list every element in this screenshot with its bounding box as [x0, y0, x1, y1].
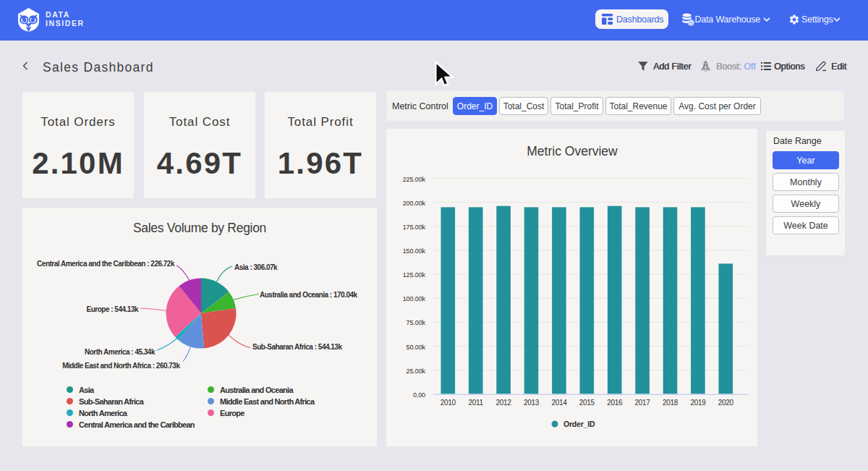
svg-text:125.00k: 125.00k	[403, 271, 426, 279]
svg-text:Central America and the Caribb: Central America and the Caribbean : 226.…	[37, 260, 175, 268]
svg-text:75.00k: 75.00k	[407, 319, 426, 326]
svg-text:Middle East and North Africa :: Middle East and North Africa : 260.73k	[62, 362, 180, 370]
svg-text:Sales Volume by Region: Sales Volume by Region	[133, 221, 266, 235]
svg-text:Middle East and North Africa: Middle East and North Africa	[220, 397, 315, 406]
svg-text:Europe : 544.13k: Europe : 544.13k	[87, 305, 139, 313]
svg-text:2020: 2020	[718, 399, 734, 407]
svg-text:175.00k: 175.00k	[403, 224, 426, 231]
svg-text:2010: 2010	[441, 399, 456, 407]
svg-text:Europe: Europe	[220, 409, 244, 417]
svg-text:200.00k: 200.00k	[403, 200, 426, 207]
svg-text:150.00k: 150.00k	[403, 247, 426, 255]
svg-text:2014: 2014	[551, 399, 567, 407]
svg-text:Asia : 306.07k: Asia : 306.07k	[234, 263, 278, 271]
svg-text:Order_ID: Order_ID	[563, 420, 595, 428]
svg-text:North America: North America	[79, 409, 128, 417]
svg-text:Sub-Saharan Africa : 544.13k: Sub-Saharan Africa : 544.13k	[252, 343, 342, 351]
svg-text:50.00k: 50.00k	[407, 344, 426, 351]
svg-text:2011: 2011	[469, 399, 484, 407]
svg-text:25.00k: 25.00k	[407, 368, 426, 375]
svg-text:225.00k: 225.00k	[403, 176, 426, 183]
svg-text:Sub-Saharan Africa: Sub-Saharan Africa	[79, 397, 145, 406]
svg-text:Asia: Asia	[79, 386, 95, 394]
svg-text:0.00: 0.00	[413, 391, 425, 399]
svg-text:100.00k: 100.00k	[403, 295, 426, 302]
svg-text:Central America and the Caribb: Central America and the Caribbean	[79, 420, 195, 429]
svg-text:North America : 45.34k: North America : 45.34k	[85, 348, 156, 356]
svg-text:2019: 2019	[690, 399, 706, 407]
svg-text:2017: 2017	[635, 399, 651, 407]
svg-text:2015: 2015	[579, 399, 595, 407]
svg-text:2018: 2018	[663, 399, 678, 407]
svg-text:Australia and Oceania : 170.04: Australia and Oceania : 170.04k	[260, 291, 358, 299]
svg-text:Australia and Oceania: Australia and Oceania	[220, 386, 294, 394]
svg-text:2016: 2016	[607, 399, 623, 407]
svg-text:2012: 2012	[496, 399, 512, 407]
svg-text:Metric Overview: Metric Overview	[527, 144, 618, 158]
svg-text:2013: 2013	[524, 399, 540, 407]
